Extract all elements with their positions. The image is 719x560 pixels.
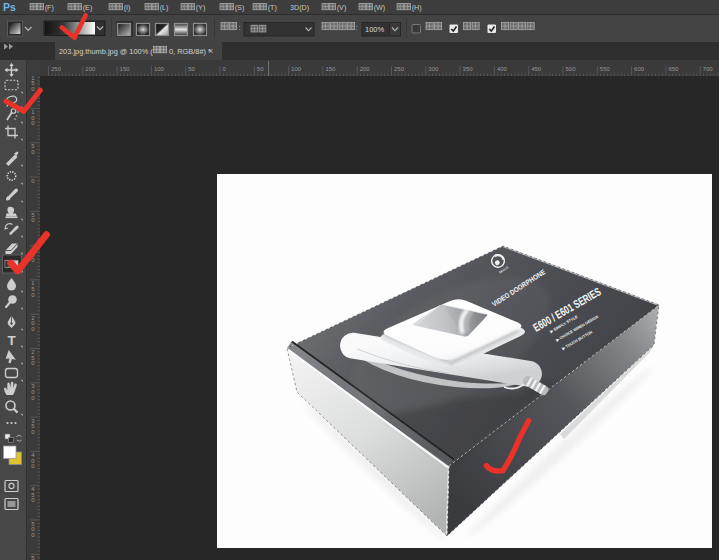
svg-text:Ps: Ps <box>3 1 16 13</box>
svg-text:150: 150 <box>325 66 336 72</box>
svg-text:450: 450 <box>531 66 542 72</box>
svg-text:550: 550 <box>600 66 611 72</box>
svg-text:100: 100 <box>154 66 165 72</box>
svg-text:(F): (F) <box>45 3 54 12</box>
svg-text:200: 200 <box>360 66 371 72</box>
svg-text:T: T <box>7 333 16 348</box>
svg-text:(Y): (Y) <box>196 3 206 12</box>
svg-text:50: 50 <box>188 66 195 72</box>
svg-text:100: 100 <box>291 66 302 72</box>
svg-text:600: 600 <box>634 66 645 72</box>
svg-text:100%: 100% <box>365 25 385 34</box>
svg-text:(T): (T) <box>268 3 277 12</box>
svg-text:50: 50 <box>257 66 264 72</box>
svg-text:200: 200 <box>85 66 96 72</box>
svg-text:(H): (H) <box>412 3 422 12</box>
svg-text:650: 650 <box>668 66 679 72</box>
svg-text:(W): (W) <box>374 3 386 12</box>
svg-text:300: 300 <box>428 66 439 72</box>
svg-text:250: 250 <box>394 66 405 72</box>
svg-text:250: 250 <box>51 66 62 72</box>
svg-text::: : <box>239 23 241 32</box>
svg-text:(V): (V) <box>337 3 347 12</box>
svg-text:3D(D): 3D(D) <box>290 3 309 12</box>
svg-text:500: 500 <box>566 66 577 72</box>
svg-text::: : <box>356 23 358 32</box>
svg-text:400: 400 <box>497 66 508 72</box>
svg-text:0, RGB/8#) *: 0, RGB/8#) * <box>169 47 211 56</box>
svg-text:350: 350 <box>463 66 474 72</box>
svg-text:700: 700 <box>703 66 714 72</box>
svg-text:(I): (I) <box>124 3 131 12</box>
svg-text:150: 150 <box>120 66 131 72</box>
svg-text:(E): (E) <box>83 3 93 12</box>
svg-text:203.jpg.thumb.jpg @ 100% (: 203.jpg.thumb.jpg @ 100% ( <box>59 47 153 56</box>
svg-text:(S): (S) <box>235 3 245 12</box>
svg-text:×: × <box>208 46 213 56</box>
svg-text:(L): (L) <box>160 3 169 12</box>
